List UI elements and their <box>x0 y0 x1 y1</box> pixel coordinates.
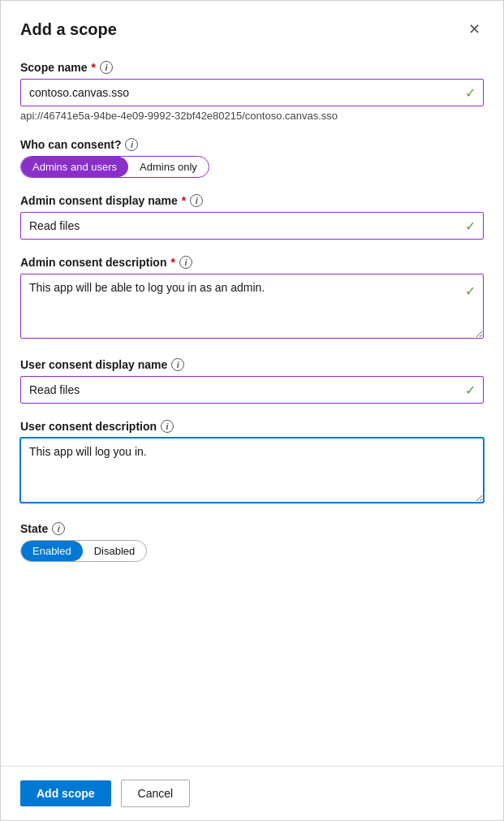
admin-consent-display-name-wrapper: ✓ <box>20 212 484 240</box>
user-consent-description-info-icon[interactable]: i <box>161 420 174 433</box>
scope-name-check-icon: ✓ <box>465 85 476 101</box>
who-can-consent-info-icon[interactable]: i <box>125 138 138 151</box>
admin-consent-description-group: Admin consent description * i This app w… <box>20 256 484 342</box>
consent-options-group: Admins and users Admins only <box>20 156 209 178</box>
user-consent-description-wrapper: This app will log you in. <box>20 438 484 506</box>
close-button[interactable]: ✕ <box>465 17 484 41</box>
admin-consent-display-name-input[interactable] <box>20 212 484 240</box>
scope-name-group: Scope name * i ✓ api://46741e5a-94be-4e0… <box>20 61 484 122</box>
scope-name-input[interactable] <box>20 79 484 106</box>
admin-consent-description-info-icon[interactable]: i <box>179 256 192 269</box>
state-options-group: Enabled Disabled <box>20 540 147 562</box>
admin-consent-description-textarea[interactable]: This app will be able to log you in as a… <box>20 274 484 339</box>
required-indicator-admin-desc: * <box>170 256 174 269</box>
state-info-icon[interactable]: i <box>52 522 65 535</box>
scope-name-label: Scope name * i <box>20 61 484 74</box>
state-label: State i <box>20 522 484 535</box>
modal-footer: Add scope Cancel <box>1 766 503 820</box>
cancel-button[interactable]: Cancel <box>121 780 191 807</box>
admin-consent-display-name-info-icon[interactable]: i <box>190 194 203 207</box>
required-indicator-admin: * <box>182 194 186 207</box>
user-consent-display-name-label: User consent display name i <box>20 358 484 371</box>
scope-name-input-wrapper: ✓ <box>20 79 484 106</box>
close-icon: ✕ <box>468 20 480 38</box>
modal-body: Scope name * i ✓ api://46741e5a-94be-4e0… <box>1 54 503 766</box>
add-scope-button[interactable]: Add scope <box>20 780 111 806</box>
admin-consent-display-name-group: Admin consent display name * i ✓ <box>20 194 484 240</box>
consent-option-admins-users[interactable]: Admins and users <box>21 157 128 177</box>
user-consent-display-name-input[interactable] <box>20 376 484 404</box>
modal-title: Add a scope <box>20 20 117 39</box>
scope-name-info-icon[interactable]: i <box>100 61 113 74</box>
required-indicator: * <box>91 61 95 74</box>
admin-consent-description-check-icon: ✓ <box>465 283 476 299</box>
user-consent-display-name-group: User consent display name i ✓ <box>20 358 484 404</box>
admin-consent-display-name-label: Admin consent display name * i <box>20 194 484 207</box>
state-group: State i Enabled Disabled <box>20 522 484 562</box>
user-consent-display-name-info-icon[interactable]: i <box>171 358 184 371</box>
admin-consent-description-label: Admin consent description * i <box>20 256 484 269</box>
user-consent-description-label: User consent description i <box>20 420 484 433</box>
state-option-enabled[interactable]: Enabled <box>21 541 83 561</box>
user-consent-description-group: User consent description i This app will… <box>20 420 484 506</box>
who-can-consent-label: Who can consent? i <box>20 138 484 151</box>
modal-header: Add a scope ✕ <box>1 1 503 54</box>
who-can-consent-group: Who can consent? i Admins and users Admi… <box>20 138 484 178</box>
api-url-text: api://46741e5a-94be-4e09-9992-32bf42e802… <box>20 110 484 122</box>
user-consent-display-name-check-icon: ✓ <box>465 382 476 398</box>
state-option-disabled[interactable]: Disabled <box>83 541 147 561</box>
add-scope-modal: Add a scope ✕ Scope name * i ✓ api://467… <box>0 0 504 821</box>
user-consent-display-name-wrapper: ✓ <box>20 376 484 404</box>
consent-option-admins-only[interactable]: Admins only <box>128 157 209 177</box>
user-consent-description-textarea[interactable]: This app will log you in. <box>20 438 484 503</box>
admin-consent-display-name-check-icon: ✓ <box>465 218 476 234</box>
admin-consent-description-wrapper: This app will be able to log you in as a… <box>20 274 484 342</box>
